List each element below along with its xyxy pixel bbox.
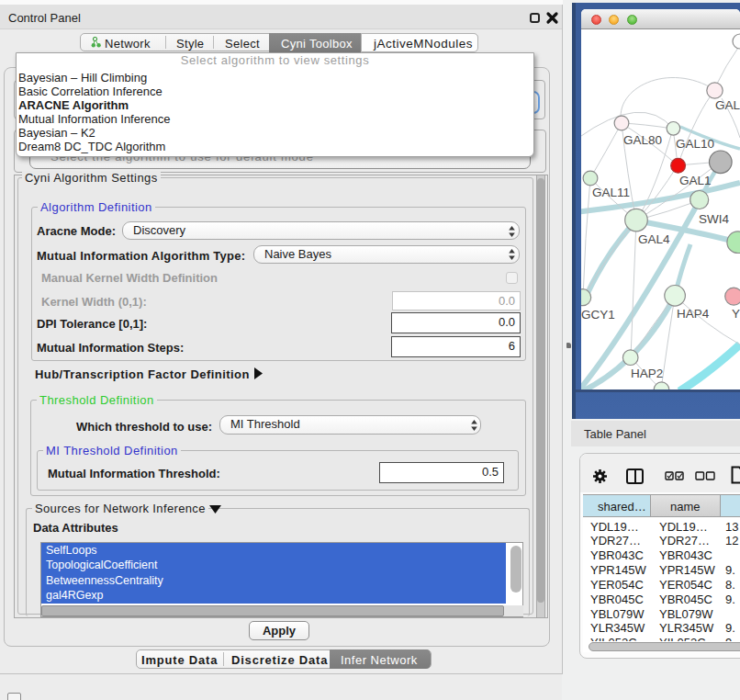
svg-text:GAL11: GAL11 [592, 186, 630, 199]
svg-text:GAL10: GAL10 [676, 137, 714, 151]
svg-text:Y: Y [732, 307, 740, 321]
svg-text:GAL4: GAL4 [638, 232, 670, 246]
svg-text:HAP4: HAP4 [677, 307, 710, 321]
svg-text:HAP2: HAP2 [631, 367, 663, 380]
svg-text:GAL1: GAL1 [679, 174, 712, 187]
svg-text:GCY1: GCY1 [581, 308, 615, 322]
svg-text:GAL80: GAL80 [623, 133, 662, 147]
svg-text:SWI4: SWI4 [699, 212, 729, 226]
svg-text:GAL7: GAL7 [715, 98, 740, 112]
